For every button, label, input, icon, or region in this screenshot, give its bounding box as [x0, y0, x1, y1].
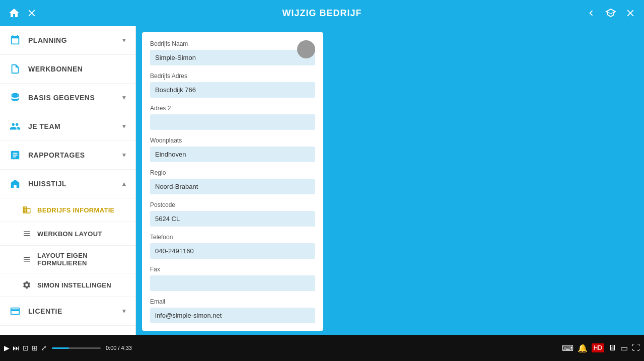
- fullscreen-icon[interactable]: ⛶: [632, 343, 640, 352]
- video-time: 0:00 / 4:33: [106, 345, 132, 351]
- sidebar-subitem-simon-instellingen[interactable]: SIMON INSTELLINGEN: [0, 273, 135, 297]
- input-email[interactable]: [150, 308, 315, 323]
- graduation-icon[interactable]: [605, 7, 617, 19]
- chart-icon: [8, 148, 22, 162]
- house-icon: [8, 177, 22, 191]
- label-postcode: Postcode: [150, 201, 315, 208]
- keyboard-icon[interactable]: ⌨: [562, 343, 574, 353]
- sidebar-item-licentie[interactable]: LICENTIE ▼: [0, 297, 135, 326]
- je-team-chevron: ▼: [121, 123, 127, 130]
- layout-eigen-icon: [21, 254, 32, 265]
- sidebar-item-huisstijl-label: HUISSTIJL: [28, 180, 66, 188]
- page-title: WIJZIG BEDRIJF: [282, 8, 362, 19]
- field-bedrijfs-adres: Bedrijfs Adres: [150, 73, 315, 98]
- hd-icon[interactable]: HD: [592, 343, 604, 352]
- label-adres-2: Adres 2: [150, 105, 315, 112]
- input-postcode[interactable]: [150, 211, 315, 227]
- input-bedrijfs-adres[interactable]: [150, 82, 315, 98]
- label-bedrijfs-naam: Bedrijfs Naam: [150, 40, 315, 47]
- sidebar-item-rapportages-label: RAPPORTAGES: [28, 151, 85, 159]
- video-progress[interactable]: [52, 347, 101, 349]
- input-telefoon[interactable]: [150, 243, 315, 259]
- sidebar-item-licentie-label: LICENTIE: [28, 307, 62, 315]
- field-email: Email: [150, 298, 315, 323]
- expand-button[interactable]: ⤢: [41, 344, 47, 352]
- field-postcode: Postcode: [150, 201, 315, 227]
- input-adres-2[interactable]: [150, 114, 315, 130]
- notification-icon[interactable]: 🔔: [578, 343, 588, 353]
- step-forward-button[interactable]: ⏭: [13, 344, 20, 352]
- building-icon: [21, 204, 32, 215]
- sidebar-item-werkbonnen[interactable]: WERKBONNEN: [0, 55, 135, 84]
- sidebar-subitem-bedrijfs-informatie[interactable]: BEDRIJFS INFORMATIE: [0, 198, 135, 222]
- close-sidebar-button[interactable]: [26, 8, 37, 19]
- monitor-icon[interactable]: 🖥: [608, 343, 616, 352]
- sidebar-subitem-bedrijfs-informatie-label: BEDRIJFS INFORMATIE: [37, 206, 115, 214]
- sidebar-subitem-simon-instellingen-label: SIMON INSTELLINGEN: [37, 281, 111, 289]
- top-header: WIJZIG BEDRIJF: [0, 0, 644, 26]
- sidebar-item-rapportages[interactable]: RAPPORTAGES ▼: [0, 141, 135, 170]
- simon-instellingen-icon: [21, 279, 32, 291]
- top-close-button[interactable]: [625, 8, 636, 19]
- input-fax[interactable]: [150, 275, 315, 291]
- field-regio: Regio: [150, 169, 315, 194]
- sidebar-item-je-team-label: JE TEAM: [28, 122, 60, 130]
- sidebar-subitem-werkbon-layout-label: WERKBON LAYOUT: [37, 230, 102, 238]
- sidebar-subitem-layout-eigen-formulieren[interactable]: LAYOUT EIGEN FORMULIEREN: [0, 246, 135, 273]
- label-telefoon: Telefoon: [150, 234, 315, 241]
- sidebar-item-planning-label: PLANNING: [28, 36, 67, 44]
- rapportages-chevron: ▼: [121, 152, 127, 159]
- label-regio: Regio: [150, 169, 315, 176]
- planning-chevron: ▼: [121, 37, 127, 44]
- sidebar: PLANNING ▼ WERKBONNEN BASIS GEGEVENS ▼: [0, 26, 136, 361]
- play-button[interactable]: ▶: [4, 344, 10, 352]
- database-icon: [8, 91, 22, 105]
- field-bedrijfs-naam: Bedrijfs Naam: [150, 40, 315, 65]
- window-icon[interactable]: ▭: [620, 343, 628, 353]
- input-woonplaats[interactable]: [150, 147, 315, 162]
- sidebar-item-je-team[interactable]: JE TEAM ▼: [0, 112, 135, 141]
- avatar: [297, 40, 315, 58]
- video-bar: ▶ ⏭ ⊡ ⊞ ⤢ 0:00 / 4:33: [0, 335, 136, 361]
- sidebar-subitem-werkbon-layout[interactable]: WERKBON LAYOUT: [0, 222, 135, 246]
- svg-point-0: [12, 93, 19, 96]
- people-icon: [8, 119, 22, 133]
- field-adres-2: Adres 2: [150, 105, 315, 130]
- basis-gegevens-chevron: ▼: [121, 94, 127, 101]
- sidebar-subitem-layout-eigen-formulieren-label: LAYOUT EIGEN FORMULIEREN: [37, 252, 127, 267]
- back-button[interactable]: [586, 8, 597, 19]
- label-email: Email: [150, 298, 315, 305]
- grid-button[interactable]: ⊞: [32, 344, 38, 352]
- label-woonplaats: Woonplaats: [150, 137, 315, 144]
- field-fax: Fax: [150, 266, 315, 291]
- form-card: Bedrijfs Naam Bedrijfs Adres Adres 2 Woo…: [142, 32, 323, 331]
- document-icon: [8, 62, 22, 76]
- card-icon: [8, 304, 22, 318]
- huisstijl-chevron: ▲: [121, 180, 127, 187]
- sidebar-item-planning[interactable]: PLANNING ▼: [0, 26, 135, 55]
- input-bedrijfs-naam[interactable]: [150, 50, 315, 65]
- field-woonplaats: Woonplaats: [150, 137, 315, 162]
- calendar-icon: [8, 33, 22, 47]
- input-regio[interactable]: [150, 179, 315, 194]
- werkbon-layout-icon: [21, 228, 32, 239]
- taskbar: ⌨ 🔔 HD 🖥 ▭ ⛶: [136, 335, 644, 361]
- sidebar-item-basis-gegevens[interactable]: BASIS GEGEVENS ▼: [0, 84, 135, 112]
- overlay-button[interactable]: ⊡: [23, 344, 29, 352]
- sidebar-item-werkbonnen-label: WERKBONNEN: [28, 65, 83, 73]
- sidebar-item-huisstijl[interactable]: HUISSTIJL ▲: [0, 170, 135, 198]
- video-progress-fill: [52, 347, 69, 349]
- home-button[interactable]: [8, 7, 20, 19]
- licentie-chevron: ▼: [121, 308, 127, 315]
- main-content: Bedrijfs Naam Bedrijfs Adres Adres 2 Woo…: [136, 26, 644, 361]
- label-bedrijfs-adres: Bedrijfs Adres: [150, 73, 315, 80]
- sidebar-item-basis-gegevens-label: BASIS GEGEVENS: [28, 94, 95, 102]
- field-telefoon: Telefoon: [150, 234, 315, 259]
- label-fax: Fax: [150, 266, 315, 273]
